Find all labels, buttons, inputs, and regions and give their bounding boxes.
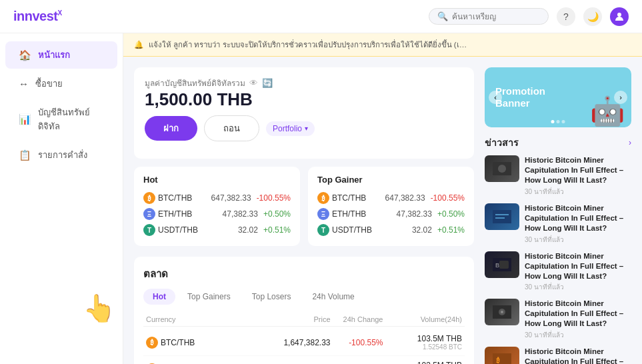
news-time-1: 30 นาทีที่แล้ว bbox=[525, 235, 631, 245]
logo-sup: X bbox=[58, 9, 62, 17]
promo-next-button[interactable]: › bbox=[614, 91, 627, 104]
table-row[interactable]: ₿BTC/THB 1,647,382.33 -100.55% 103.5M TH… bbox=[143, 329, 465, 356]
svg-point-2 bbox=[498, 165, 506, 173]
news-item-2[interactable]: B Historic Bitcoin Miner Capitulation In… bbox=[485, 251, 631, 293]
news-time-3: 30 นาทีที่แล้ว bbox=[525, 330, 631, 340]
gainer-row-1[interactable]: ΞETH/THB 47,382.33 +0.50% bbox=[317, 206, 465, 222]
btc-icon: ₿ bbox=[143, 192, 155, 204]
tab-hot[interactable]: Hot bbox=[143, 289, 175, 305]
sidebar-item-portfolio-label: บัญชีสินทรัพย์ดิจิทัล bbox=[38, 105, 104, 133]
logo-text: inn bbox=[13, 9, 33, 23]
orders-icon: 📋 bbox=[19, 149, 31, 161]
tab-top-gainers[interactable]: Top Gainers bbox=[178, 289, 240, 305]
eth-icon: Ξ bbox=[143, 208, 155, 220]
logo-highlight: vest bbox=[33, 9, 58, 23]
news-title: ข่าวสาร bbox=[485, 135, 519, 150]
moon-icon: 🌙 bbox=[587, 11, 599, 22]
search-icon: 🔍 bbox=[437, 11, 448, 21]
news-item-1[interactable]: Historic Bitcoin Miner Capitulation In F… bbox=[485, 203, 631, 245]
portfolio-icon: 📊 bbox=[19, 113, 31, 125]
news-content-0: Historic Bitcoin Miner Capitulation In F… bbox=[525, 155, 631, 197]
usdt-icon: T bbox=[143, 224, 155, 236]
portfolio-actions: ฝาก ถอน Portfolio ▾ bbox=[145, 115, 463, 141]
hot-row-0[interactable]: ₿BTC/THB 647,382.33 -100.55% bbox=[143, 190, 291, 206]
hot-section: Hot ₿BTC/THB 647,382.33 -100.55% ΞETH/TH… bbox=[134, 167, 300, 246]
promo-dot-2 bbox=[562, 120, 565, 123]
svg-rect-4 bbox=[495, 214, 509, 215]
hot-row-2[interactable]: TUSDT/THB 32.02 +0.51% bbox=[143, 222, 291, 238]
news-item-3[interactable]: Historic Bitcoin Miner Capitulation In F… bbox=[485, 299, 631, 340]
news-headline-3: Historic Bitcoin Miner Capitulation In F… bbox=[525, 299, 631, 329]
eye-icon[interactable]: 👁 bbox=[249, 78, 258, 88]
tab-top-losers[interactable]: Top Losers bbox=[243, 289, 301, 305]
refresh-icon[interactable]: 🔄 bbox=[262, 78, 273, 88]
svg-text:₿: ₿ bbox=[496, 357, 500, 364]
gainer-row-0[interactable]: ₿BTC/THB 647,382.33 -100.55% bbox=[317, 190, 465, 206]
eth-icon-g: Ξ bbox=[317, 208, 329, 220]
svg-point-0 bbox=[617, 13, 621, 17]
hot-row-1[interactable]: ΞETH/THB 47,382.33 +0.50% bbox=[143, 206, 291, 222]
col-volume: Volume(24h) bbox=[383, 315, 463, 323]
theme-toggle[interactable]: 🌙 bbox=[583, 7, 602, 26]
news-thumb-2: B bbox=[485, 251, 519, 278]
btc-table-icon: ₿ bbox=[146, 337, 158, 349]
gainer-row-2[interactable]: TUSDT/THB 32.02 +0.51% bbox=[317, 222, 465, 238]
portfolio-tag[interactable]: Portfolio ▾ bbox=[266, 121, 315, 136]
table-header: Currency Price 24h Change Volume(24h) bbox=[143, 313, 465, 327]
market-highlights: Hot ₿BTC/THB 647,382.33 -100.55% ΞETH/TH… bbox=[134, 167, 474, 246]
portfolio-value: 1,500.00 THB bbox=[145, 89, 463, 110]
news-thumb-4: ₿ bbox=[485, 347, 519, 364]
news-time-2: 30 นาทีที่แล้ว bbox=[525, 282, 631, 292]
market-table-section: ตลาด Hot Top Gainers Top Losers 24h Volu… bbox=[134, 257, 474, 364]
col-currency: Currency bbox=[146, 315, 251, 323]
news-headline-2: Historic Bitcoin Miner Capitulation In F… bbox=[525, 251, 631, 281]
tab-24h-volume[interactable]: 24h Volume bbox=[303, 289, 363, 305]
help-button[interactable]: ? bbox=[557, 7, 575, 26]
promo-title: PromotionBanner bbox=[495, 85, 545, 109]
exchange-icon: ↔ bbox=[19, 78, 29, 89]
chevron-down-icon: ▾ bbox=[305, 125, 308, 132]
top-gainer-title: Top Gainer bbox=[317, 175, 465, 185]
sidebar-item-home[interactable]: 🏠 หน้าแรก bbox=[5, 41, 117, 69]
search-bar[interactable]: 🔍 bbox=[429, 8, 549, 25]
sidebar-item-orders[interactable]: 📋 รายการคำสั่ง bbox=[5, 141, 117, 169]
sidebar-item-orders-label: รายการคำสั่ง bbox=[38, 148, 87, 162]
sidebar-item-home-label: หน้าแรก bbox=[38, 48, 70, 62]
portfolio-label: มูลค่าบัญชีสินทรัพย์ดิจิทัลรวม 👁 🔄 bbox=[145, 77, 463, 89]
col-price: Price bbox=[251, 315, 331, 323]
news-headline-4: Historic Bitcoin Miner Capitulation In F… bbox=[525, 347, 631, 364]
sidebar-item-portfolio[interactable]: 📊 บัญชีสินทรัพย์ดิจิทัล bbox=[5, 99, 117, 140]
promo-dots bbox=[551, 120, 565, 123]
svg-rect-3 bbox=[493, 210, 511, 223]
svg-rect-12 bbox=[493, 353, 511, 364]
market-tabs: Hot Top Gainers Top Losers 24h Volume bbox=[143, 289, 465, 305]
hot-title: Hot bbox=[143, 175, 291, 185]
svg-point-11 bbox=[501, 311, 503, 313]
news-item-0[interactable]: Historic Bitcoin Miner Capitulation In F… bbox=[485, 155, 631, 197]
header-right: 🔍 ? 🌙 bbox=[429, 7, 629, 26]
promo-prev-button[interactable]: ‹ bbox=[489, 91, 502, 104]
logo: innvestX bbox=[13, 9, 62, 24]
deposit-button[interactable]: ฝาก bbox=[145, 116, 197, 141]
sidebar-item-buysell[interactable]: ↔ ซื้อขาย bbox=[5, 70, 117, 97]
news-content-1: Historic Bitcoin Miner Capitulation In F… bbox=[525, 203, 631, 245]
header: innvestX 🔍 ? 🌙 bbox=[0, 0, 642, 33]
main-content: 🔔 แจ้งให้ ลูกค้า ทราบว่า ระบบจะปิดให้บริ… bbox=[123, 33, 642, 364]
news-content-2: Historic Bitcoin Miner Capitulation In F… bbox=[525, 251, 631, 293]
svg-rect-5 bbox=[495, 217, 505, 219]
news-section: ข่าวสาร › Historic Bitcoin Miner Capitul… bbox=[485, 135, 631, 364]
user-avatar[interactable] bbox=[610, 7, 629, 26]
content-right: PromotionBanner 🤖 ‹ › bbox=[485, 67, 631, 364]
content-left: มูลค่าบัญชีสินทรัพย์ดิจิทัลรวม 👁 🔄 1,500… bbox=[134, 67, 474, 364]
news-headline-0: Historic Bitcoin Miner Capitulation In F… bbox=[525, 155, 631, 185]
table-row[interactable]: ₿BTC/THB 647,382.33 -7.55% 103.5M THB1.5… bbox=[143, 356, 465, 364]
svg-rect-8 bbox=[499, 261, 509, 269]
portfolio-section: มูลค่าบัญชีสินทรัพย์ดิจิทัลรวม 👁 🔄 1,500… bbox=[134, 67, 474, 159]
search-input[interactable] bbox=[452, 12, 539, 21]
promo-banner: PromotionBanner 🤖 ‹ › bbox=[485, 67, 631, 127]
news-item-4[interactable]: ₿ Historic Bitcoin Miner Capitulation In… bbox=[485, 347, 631, 364]
news-more-link[interactable]: › bbox=[629, 138, 631, 147]
btc-icon-g: ₿ bbox=[317, 192, 329, 204]
withdraw-button[interactable]: ถอน bbox=[204, 115, 259, 141]
sidebar-item-buysell-label: ซื้อขาย bbox=[35, 77, 63, 91]
